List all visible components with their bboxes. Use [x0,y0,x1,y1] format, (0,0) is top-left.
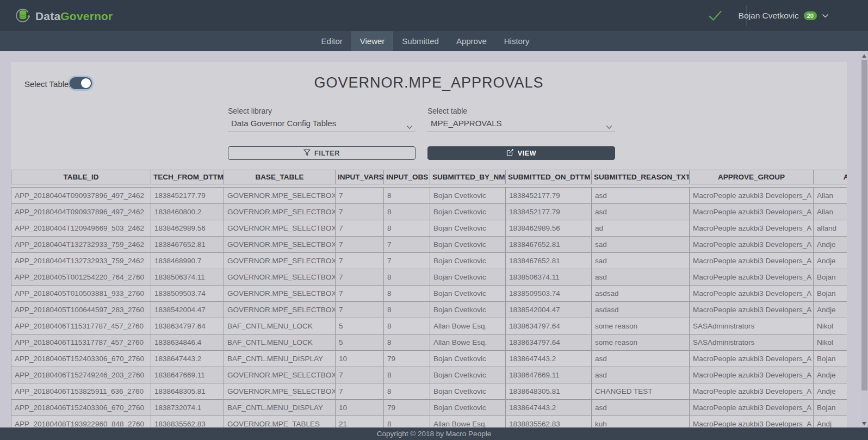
table-cell: CHANGED TEST [592,383,690,400]
table-cell: BAF_CNTL.MENU_LOCK [224,318,336,334]
chevron-down-icon [406,122,413,132]
table-cell: GOVERNOR.MPE_SELECTBOX [224,220,336,237]
tab-submitted[interactable]: Submitted [393,31,448,51]
table-cell: 5 [336,318,384,334]
table-cell: 8 [384,383,430,400]
table-cell: 7 [336,302,384,318]
copyright-text: Copyright © 2018 by Macro People [377,430,491,438]
table-cell: MacroPeople azukbi3 Developers_A [690,253,814,269]
view-button-label: VIEW [518,150,537,157]
table-cell: 1838468990.7 [151,253,224,269]
table-cell: asdsad [592,286,690,302]
filter-button[interactable]: FILTER [228,146,416,160]
tab-editor[interactable]: Editor [313,31,351,51]
table-cell: APP_20180405T001254220_764_2760 [11,269,151,286]
scrollbar-thumb[interactable] [861,60,867,391]
table-cell: 1838634797.64 [506,334,592,351]
table-cell: Andje [814,253,847,269]
table-cell: asd [592,188,690,204]
table-cell: asd [592,204,690,220]
database-refresh-icon [15,7,31,26]
scroll-up-arrow-icon[interactable] [862,54,866,58]
column-header-tech_from_dttm: TECH_FROM_DTTM [151,170,224,184]
table-cell: asd [592,367,690,383]
table-cell: ad [592,220,690,237]
data-table: TABLE_IDTECH_FROM_DTTMBASE_TABLEINPUT_VA… [11,170,847,432]
table-cell: MacroPeople azukbi3 Developers_A [690,383,814,400]
table-cell: GOVERNOR.MPE_SELECTBOX [224,237,336,253]
table-cell: 1838634797.64 [151,318,224,334]
table-row: APP_20180406T152749246_203_2760183864766… [11,367,847,383]
table-cell: Andje [814,367,847,383]
table-cell: 79 [384,351,430,367]
view-button[interactable]: VIEW [427,146,615,160]
table-cell: SASAdministrators [690,318,814,334]
app-window: DataGovernor Bojan Cvetkovic 20 EditorVi… [0,0,868,440]
scroll-down-arrow-icon[interactable] [862,422,866,425]
table-cell: APP_20180406T152403306_670_2760 [11,400,151,416]
app-logo[interactable]: DataGovernor [15,7,113,26]
table-cell: GOVERNOR.MPE_SELECTBOX [224,302,336,318]
table-cell: APP_20180404T090937896_497_2462 [11,204,151,220]
tab-viewer[interactable]: Viewer [351,31,394,51]
vertical-scrollbar[interactable] [861,51,868,427]
table-cell: 8 [384,367,430,383]
table-cell: 8 [384,204,430,220]
column-header-base_table: BASE_TABLE [224,170,336,184]
table-cell: MacroPeople azukbi3 Developers_A [690,237,814,253]
table-cell: 1838452177.79 [506,188,592,204]
table-cell: 79 [384,400,430,416]
table-cell: MacroPeople azukbi3 Developers_A [690,204,814,220]
table-cell: asd [592,351,690,367]
table-cell: Nikol [814,334,847,351]
table-cell: 8 [384,318,430,334]
table-cell: 5 [336,334,384,351]
table-cell: Bojan [814,269,847,286]
table-cell: MacroPeople azukbi3 Developers_A [690,220,814,237]
table-cell: 1838452177.79 [506,204,592,220]
chevron-down-icon [822,11,829,21]
table-cell: APP_20180406T152749246_203_2760 [11,367,151,383]
table-cell: Bojan [814,351,847,367]
table-cell: APP_20180404T120949669_503_2462 [11,220,151,237]
table-row: APP_20180405T001254220_764_2760183850637… [11,269,847,286]
table-cell: Bojan [814,400,847,416]
table-row: APP_20180405T100644597_283_2760183854200… [11,302,847,318]
table-cell: 1838647669.11 [506,367,592,383]
table-cell: 7 [336,188,384,204]
table-cell: MacroPeople azukbi3 Developers_A [690,302,814,318]
table-cell: Bojan Cvetkovic [430,204,506,220]
table-cell: 8 [384,334,430,351]
table-row: APP_20180404T132732933_759_2462183846765… [11,237,847,253]
table-cell: GOVERNOR.MPE_SELECTBOX [224,286,336,302]
user-name: Bojan Cvetkovic [739,11,799,21]
table-cell: Bojan Cvetkovic [430,351,506,367]
user-badge-count: 20 [804,11,817,20]
table-cell: 10 [336,351,384,367]
table-cell: 1838542004.47 [151,302,224,318]
column-header-table_id: TABLE_ID [11,170,151,184]
table-cell: Bojan Cvetkovic [430,269,506,286]
page-title: GOVERNOR.MPE_APPROVALS [11,75,847,91]
table-cell: 1838460800.2 [151,204,224,220]
checkmark-icon[interactable] [708,10,722,23]
table-cell: MacroPeople azukbi3 Developers_A [690,400,814,416]
table-cell: APP_20180406T115317787_457_2760 [11,318,151,334]
user-menu[interactable]: Bojan Cvetkovic 20 [739,0,829,31]
table-row: APP_20180406T115317787_457_2760183863484… [11,334,847,351]
table-cell: 1838542004.47 [506,302,592,318]
tab-history[interactable]: History [495,31,538,51]
table-cell: alland [814,220,847,237]
tab-approve[interactable]: Approve [448,31,495,51]
table-cell: BAF_CNTL.MENU_LOCK [224,334,336,351]
table-cell: 8 [384,188,430,204]
table-cell: 1838647443.2 [506,400,592,416]
table-cell: GOVERNOR.MPE_SELECTBOX [224,188,336,204]
column-header-input_vars: INPUT_VARS [336,170,384,184]
table-cell: 7 [336,220,384,237]
column-header-submitted_by_nm: SUBMITTED_BY_NM [430,170,506,184]
table-cell: Bojan Cvetkovic [430,286,506,302]
table-cell: asd [592,400,690,416]
table-cell: Bojan Cvetkovic [430,400,506,416]
table-row: APP_20180406T153825911_636_2760183864830… [11,383,847,400]
